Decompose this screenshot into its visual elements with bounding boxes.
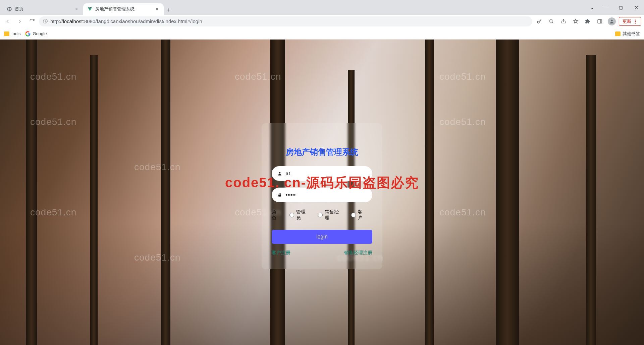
vue-icon <box>87 6 93 12</box>
role-row: 角色 管理员 销售经理 客户 <box>272 209 372 221</box>
bookmark-label: tools <box>11 31 20 36</box>
close-window-button[interactable]: ✕ <box>629 2 644 13</box>
tab-app[interactable]: 房地产销售管理系统 × <box>83 3 164 15</box>
back-button[interactable] <box>3 16 13 26</box>
profile-avatar[interactable] <box>607 16 617 26</box>
bookmark-tools[interactable]: tools <box>4 31 20 36</box>
bookmark-star-icon[interactable] <box>571 16 581 26</box>
svg-point-2 <box>550 19 552 22</box>
folder-icon <box>4 31 9 36</box>
role-option-manager[interactable]: 销售经理 <box>318 209 343 221</box>
watermark-text: code51.cn <box>439 117 486 127</box>
zoom-icon[interactable] <box>546 16 556 26</box>
watermark-text: code51.cn <box>134 252 180 263</box>
bookmark-google[interactable]: Google <box>25 31 47 37</box>
url-field[interactable]: ⓘ http://localhost:8080/fangdicanxiaosho… <box>39 16 532 26</box>
avatar-icon <box>608 17 616 25</box>
kebab-icon: ⋮ <box>633 19 638 24</box>
role-radio-admin[interactable] <box>289 213 294 217</box>
svg-rect-3 <box>598 19 602 23</box>
register-manager-link[interactable]: 销售经理注册 <box>344 250 372 256</box>
register-row: 客户注册 销售经理注册 <box>272 250 372 256</box>
url-text: http://localhost:8080/fangdicanxiaoshou/… <box>50 18 202 24</box>
register-customer-link[interactable]: 客户注册 <box>272 250 290 256</box>
password-key-icon[interactable] <box>534 16 544 26</box>
window-controls: ⌄ — ▢ ✕ <box>586 0 644 15</box>
maximize-button[interactable]: ▢ <box>613 2 629 13</box>
update-button[interactable]: 更新 ⋮ <box>619 17 641 26</box>
share-icon[interactable] <box>558 16 569 26</box>
svg-point-4 <box>611 19 612 21</box>
role-option-customer[interactable]: 客户 <box>351 209 367 221</box>
globe-icon <box>7 6 12 12</box>
password-field-wrap <box>272 188 372 202</box>
login-card: 房地产销售管理系统 角色 管理员 <box>262 123 382 269</box>
bookmark-other[interactable]: 其他书签 <box>615 31 640 37</box>
username-input[interactable] <box>286 171 367 176</box>
svg-rect-6 <box>278 195 281 197</box>
google-icon <box>25 31 31 37</box>
bookmarks-bar: tools Google 其他书签 <box>0 28 644 40</box>
bookmark-label: Google <box>33 31 47 36</box>
user-icon <box>277 171 282 176</box>
role-text: 销售经理 <box>325 209 343 221</box>
update-label: 更新 <box>623 18 631 24</box>
forward-button[interactable] <box>15 16 25 26</box>
extensions-icon[interactable] <box>583 16 593 26</box>
tab-title: 房地产销售管理系统 <box>95 6 152 12</box>
password-input[interactable] <box>286 192 367 198</box>
browser-tabstrip: 首页 × 房地产销售管理系统 × ＋ ⌄ — ▢ ✕ <box>0 0 644 15</box>
reload-button[interactable] <box>27 16 37 26</box>
new-tab-button[interactable]: ＋ <box>164 5 174 15</box>
page-content: code51.cn code51.cn code51.cn code51.cn … <box>0 40 644 345</box>
role-label: 角色 <box>272 209 281 221</box>
bookmark-label: 其他书签 <box>623 31 640 37</box>
site-info-icon[interactable]: ⓘ <box>43 18 48 24</box>
tab-home[interactable]: 首页 × <box>3 3 83 15</box>
role-text: 客户 <box>358 209 367 221</box>
username-field-wrap <box>272 166 372 181</box>
address-bar: ⓘ http://localhost:8080/fangdicanxiaosho… <box>0 15 644 28</box>
role-radio-manager[interactable] <box>318 213 323 217</box>
watermark-text: code51.cn <box>439 71 486 82</box>
watermark-text: code51.cn <box>439 207 486 218</box>
folder-icon <box>615 31 621 36</box>
lock-icon <box>277 193 282 197</box>
close-icon[interactable]: × <box>74 6 79 12</box>
watermark-text: code51.cn <box>134 162 180 172</box>
login-title: 房地产销售管理系统 <box>272 147 372 157</box>
role-option-admin[interactable]: 管理员 <box>289 209 310 221</box>
role-text: 管理员 <box>296 209 310 221</box>
svg-point-5 <box>279 172 281 174</box>
tab-dropdown-icon[interactable]: ⌄ <box>586 2 598 13</box>
role-radio-customer[interactable] <box>351 213 356 217</box>
login-button[interactable]: login <box>272 230 372 244</box>
minimize-button[interactable]: — <box>598 2 613 13</box>
close-icon[interactable]: × <box>154 6 160 12</box>
sidepanel-icon[interactable] <box>595 16 605 26</box>
tab-title: 首页 <box>15 6 71 12</box>
